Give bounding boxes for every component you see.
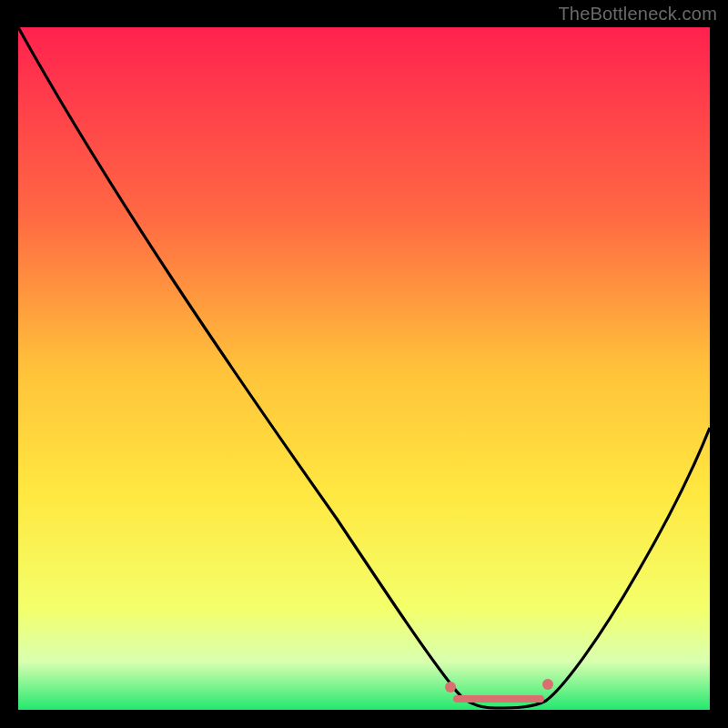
watermark-label: TheBottleneck.com: [558, 4, 717, 25]
bottleneck-chart: [0, 0, 728, 728]
svg-rect-1: [453, 695, 544, 703]
gradient-background: [18, 27, 710, 710]
svg-point-2: [542, 679, 553, 690]
svg-point-0: [445, 682, 456, 693]
plot-area: [18, 27, 710, 710]
chart-container: TheBottleneck.com: [0, 0, 728, 728]
